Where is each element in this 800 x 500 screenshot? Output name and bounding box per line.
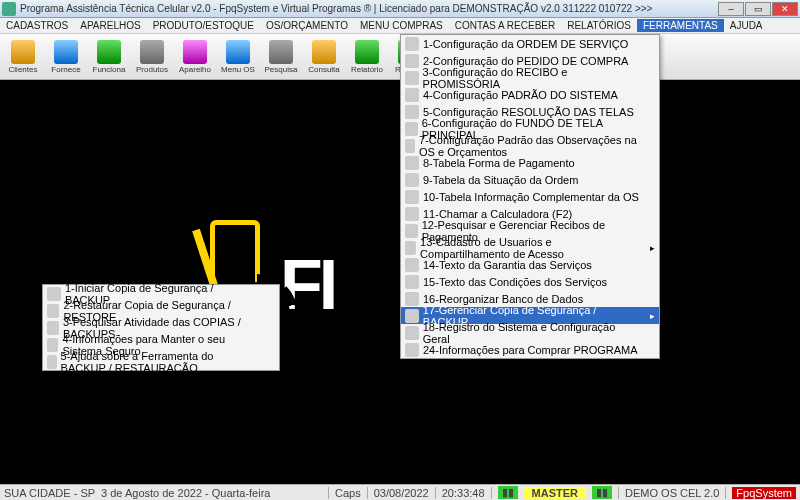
menu-item-icon bbox=[405, 71, 419, 85]
menu-item-icon bbox=[405, 207, 419, 221]
status-demo: DEMO OS CEL 2.0 bbox=[625, 487, 719, 499]
menu-cadastros[interactable]: CADASTROS bbox=[0, 19, 74, 32]
menu-item-icon bbox=[405, 241, 416, 255]
toolbar-funciona[interactable]: Funciona bbox=[88, 36, 130, 78]
clientes-icon bbox=[11, 40, 35, 64]
menu-item-icon bbox=[405, 343, 419, 357]
menu-item-7[interactable]: 8-Tabela Forma de Pagamento bbox=[401, 154, 659, 171]
menu-item-icon bbox=[405, 224, 418, 238]
menu-produto/estoque[interactable]: PRODUTO/ESTOQUE bbox=[147, 19, 260, 32]
funciona-icon bbox=[97, 40, 121, 64]
menu-aparelhos[interactable]: APARELHOS bbox=[74, 19, 146, 32]
menu-item-icon bbox=[405, 173, 419, 187]
consulta-icon bbox=[312, 40, 336, 64]
status-date: 03/08/2022 bbox=[374, 487, 429, 499]
toolbar-pesquisa[interactable]: Pesquisa bbox=[260, 36, 302, 78]
app-icon bbox=[2, 2, 16, 16]
submenu-item-4[interactable]: 5-Ajuda sobre a Ferramenta do BACKUP / R… bbox=[43, 353, 279, 370]
toolbar-aparelho[interactable]: Aparelho bbox=[174, 36, 216, 78]
backup-submenu: 1-Iniciar Copia de Segurança / BACKUP2-R… bbox=[42, 284, 280, 371]
submenu-item-icon bbox=[47, 355, 57, 369]
menu-ferramentas[interactable]: FERRAMENTAS bbox=[637, 19, 724, 32]
toolbar-fornece[interactable]: Fornece bbox=[45, 36, 87, 78]
menu-item-8[interactable]: 9-Tabela da Situação da Ordem bbox=[401, 171, 659, 188]
menu-item-icon bbox=[405, 122, 418, 136]
maximize-button[interactable]: ▭ bbox=[745, 2, 771, 16]
menu-item-icon bbox=[405, 37, 419, 51]
menu os-icon bbox=[226, 40, 250, 64]
produtos-icon bbox=[140, 40, 164, 64]
toolbar-menu os[interactable]: Menu OS bbox=[217, 36, 259, 78]
menu-item-0[interactable]: 1-Configuração da ORDEM DE SERVIÇO bbox=[401, 35, 659, 52]
submenu-arrow-icon: ▸ bbox=[650, 311, 655, 321]
menu-item-icon bbox=[405, 156, 419, 170]
status-brand: FpqSystem bbox=[732, 487, 796, 499]
status-indicator: ▮▮ bbox=[498, 486, 518, 499]
submenu-item-icon bbox=[47, 338, 58, 352]
close-button[interactable]: ✕ bbox=[772, 2, 798, 16]
menu-contas a receber[interactable]: CONTAS A RECEBER bbox=[449, 19, 561, 32]
relatório-icon bbox=[355, 40, 379, 64]
ferramentas-dropdown: 1-Configuração da ORDEM DE SERVIÇO2-Conf… bbox=[400, 34, 660, 359]
menu-item-icon bbox=[405, 292, 419, 306]
menu-item-9[interactable]: 10-Tabela Informação Complementar da OS bbox=[401, 188, 659, 205]
submenu-item-icon bbox=[47, 321, 59, 335]
toolbar-relatório[interactable]: Relatório bbox=[346, 36, 388, 78]
status-time: 20:33:48 bbox=[442, 487, 485, 499]
menu-item-icon bbox=[405, 139, 415, 153]
toolbar-consulta[interactable]: Consulta bbox=[303, 36, 345, 78]
menu-item-icon bbox=[405, 326, 419, 340]
window-controls: – ▭ ✕ bbox=[718, 2, 798, 16]
menu-item-2[interactable]: 3-Configuração do RECIBO e PROMISSÓRIA bbox=[401, 69, 659, 86]
menubar: CADASTROSAPARELHOSPRODUTO/ESTOQUEOS/ORÇA… bbox=[0, 18, 800, 34]
menu-item-6[interactable]: 7-Configuração Padrão das Observações na… bbox=[401, 137, 659, 154]
menu-item-icon bbox=[405, 190, 419, 204]
submenu-arrow-icon: ▸ bbox=[650, 243, 655, 253]
aparelho-icon bbox=[183, 40, 207, 64]
minimize-button[interactable]: – bbox=[718, 2, 744, 16]
menu-item-18[interactable]: 24-Informações para Comprar PROGRAMA bbox=[401, 341, 659, 358]
status-location: SUA CIDADE - SP bbox=[4, 487, 95, 499]
toolbar-produtos[interactable]: Produtos bbox=[131, 36, 173, 78]
menu-item-14[interactable]: 15-Texto das Condições dos Serviços bbox=[401, 273, 659, 290]
pesquisa-icon bbox=[269, 40, 293, 64]
menu-item-icon bbox=[405, 88, 419, 102]
status-caps: Caps bbox=[335, 487, 361, 499]
menu-os/orçamento[interactable]: OS/ORÇAMENTO bbox=[260, 19, 354, 32]
menu-item-icon bbox=[405, 54, 419, 68]
menu-item-icon bbox=[405, 258, 419, 272]
menu-ajuda[interactable]: AJUDA bbox=[724, 19, 769, 32]
titlebar: Programa Assistência Técnica Celular v2.… bbox=[0, 0, 800, 18]
window-title: Programa Assistência Técnica Celular v2.… bbox=[20, 3, 718, 14]
menu-menu compras[interactable]: MENU COMPRAS bbox=[354, 19, 449, 32]
statusbar: SUA CIDADE - SP 3 de Agosto de 2022 - Qu… bbox=[0, 484, 800, 500]
submenu-item-icon bbox=[47, 287, 61, 301]
menu-relatórios[interactable]: RELATÓRIOS bbox=[561, 19, 637, 32]
status-master: MASTER bbox=[524, 487, 586, 499]
menu-item-13[interactable]: 14-Texto da Garantia das Serviços bbox=[401, 256, 659, 273]
status-indicator2: ▮▮ bbox=[592, 486, 612, 499]
menu-item-12[interactable]: 13-Cadastro de Usuarios e Compartilhamen… bbox=[401, 239, 659, 256]
menu-item-icon bbox=[405, 105, 419, 119]
menu-item-17[interactable]: 18-Registro do Sistema e Configuração Ge… bbox=[401, 324, 659, 341]
submenu-item-icon bbox=[47, 304, 59, 318]
fornece-icon bbox=[54, 40, 78, 64]
toolbar-clientes[interactable]: Clientes bbox=[2, 36, 44, 78]
menu-item-3[interactable]: 4-Configuração PADRÃO DO SISTEMA bbox=[401, 86, 659, 103]
menu-item-icon bbox=[405, 309, 419, 323]
menu-item-icon bbox=[405, 275, 419, 289]
status-date-long: 3 de Agosto de 2022 - Quarta-feira bbox=[101, 487, 270, 499]
